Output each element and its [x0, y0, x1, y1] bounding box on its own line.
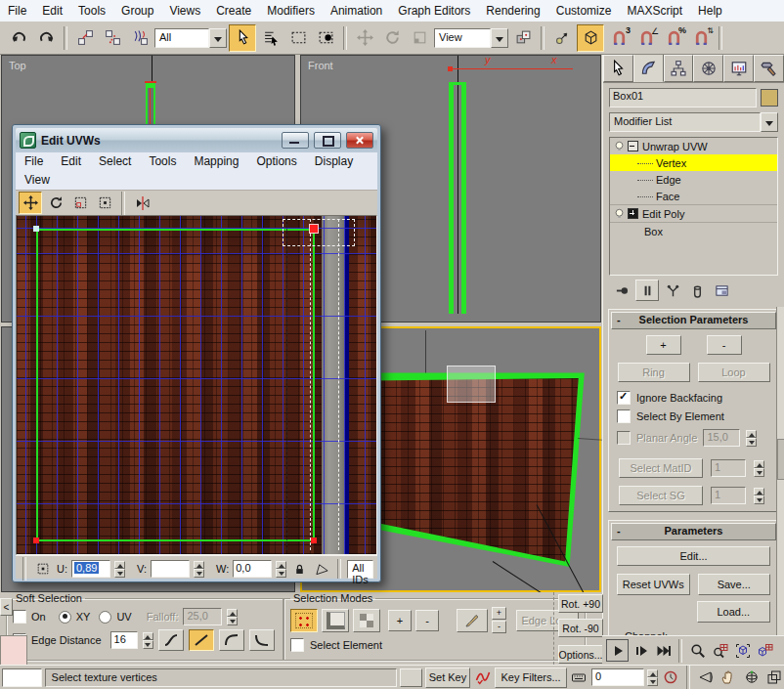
zoom-extents-all-button[interactable] — [755, 640, 775, 661]
modifier-stack-row[interactable]: Unwrap UVW — [610, 138, 777, 154]
snap-3d-button[interactable]: 3 — [606, 25, 632, 51]
uv-radio[interactable] — [99, 611, 111, 624]
menu-item[interactable]: Create — [208, 1, 259, 22]
pin-stack-button[interactable] — [611, 280, 632, 300]
go-to-end-button[interactable] — [653, 640, 674, 661]
expander-icon[interactable] — [628, 141, 638, 151]
modifier-stack-row[interactable]: Box — [610, 222, 777, 239]
xy-radio[interactable] — [59, 611, 71, 624]
select-sg-button[interactable]: Select SG — [619, 486, 703, 505]
redo-button[interactable] — [33, 25, 59, 51]
dialog-menu-item[interactable]: Edit — [52, 151, 90, 172]
dialog-menu-item[interactable]: File — [16, 151, 52, 172]
select-element-checkbox[interactable] — [290, 638, 304, 652]
select-object-button[interactable] — [229, 24, 256, 52]
play-animation-button[interactable] — [606, 639, 629, 662]
smooth-falloff-button[interactable] — [158, 629, 184, 651]
keyboard-shortcut-override-toggle[interactable] — [570, 668, 588, 687]
tab-hierarchy[interactable] — [664, 55, 694, 82]
macro-recorder-pane[interactable] — [0, 635, 27, 667]
uv-editor-canvas[interactable] — [16, 215, 377, 555]
slow-falloff-button[interactable] — [249, 629, 275, 651]
zoom-button[interactable] — [687, 640, 708, 661]
fast-falloff-button[interactable] — [219, 629, 244, 651]
face-mode-button[interactable] — [353, 609, 380, 632]
v-field[interactable] — [151, 560, 190, 578]
edge-distance-field[interactable]: 16 — [110, 631, 138, 649]
edit-uvws-button[interactable]: Edit... — [617, 546, 770, 566]
use-pivot-point-button[interactable] — [510, 25, 536, 51]
make-unique-button[interactable] — [662, 280, 683, 300]
uv-vertex[interactable] — [33, 538, 39, 543]
options-button[interactable]: Options... — [558, 645, 603, 664]
linear-falloff-button[interactable] — [189, 629, 214, 651]
maximize-button[interactable] — [314, 132, 341, 149]
parameters-header[interactable]: - Parameters — [611, 523, 776, 540]
scrollbar-thumb[interactable] — [777, 439, 784, 480]
planar-angle-field[interactable]: 15,0 — [703, 429, 740, 447]
window-crossing-button[interactable] — [313, 25, 338, 51]
menu-item[interactable]: Customize — [548, 1, 620, 22]
rotate-minus90-button[interactable]: Rot. -90 — [558, 619, 603, 637]
pelt-hide-button[interactable] — [312, 560, 331, 579]
select-and-move-button[interactable] — [352, 25, 377, 51]
sg-field[interactable]: 1 — [711, 487, 746, 504]
field-of-view-button[interactable] — [696, 667, 716, 688]
modifier-stack-row[interactable]: Edit Poly — [610, 204, 777, 222]
menu-item[interactable]: Graph Editors — [390, 1, 478, 22]
reset-uvws-button[interactable]: Reset UVWs — [617, 574, 690, 595]
rotate-plus90-button[interactable]: Rot. +90 — [558, 594, 603, 613]
bind-to-space-warp-button[interactable] — [127, 25, 152, 51]
zoom-extents-button[interactable] — [732, 640, 753, 661]
menu-item[interactable]: Help — [690, 1, 730, 22]
expand-selection-button[interactable]: + — [388, 610, 412, 631]
load-uvws-button[interactable]: Load... — [697, 601, 771, 623]
spinner-snap-button[interactable]: ⇅ — [688, 25, 714, 51]
angle-snap-button[interactable]: ∠ — [633, 25, 659, 51]
ring-button[interactable]: Ring — [618, 363, 690, 382]
select-and-scale-button[interactable] — [407, 25, 432, 51]
absolute-offset-toggle[interactable] — [33, 560, 53, 579]
falloff-field[interactable]: 25,0 — [183, 608, 222, 625]
dialog-menu-item[interactable]: Tools — [140, 151, 185, 172]
unlink-selection-button[interactable] — [100, 25, 125, 51]
uv-move-button[interactable] — [19, 192, 42, 214]
undo-button[interactable] — [6, 25, 31, 51]
object-name-field[interactable]: Box01 — [609, 88, 757, 108]
menu-item[interactable]: Rendering — [478, 1, 547, 22]
save-uvws-button[interactable]: Save... — [698, 574, 771, 595]
maximize-viewport-button[interactable] — [764, 667, 784, 688]
paint-select-button[interactable] — [457, 609, 488, 632]
scroll-panel-left-button[interactable]: < — [0, 598, 13, 616]
u-field[interactable]: 0,89 — [71, 560, 110, 578]
object-color-swatch[interactable] — [761, 89, 778, 107]
modifier-stack-row[interactable]: Edge — [610, 171, 777, 188]
select-and-manipulate-button[interactable] — [549, 25, 575, 51]
maxscript-mini-listener[interactable] — [2, 668, 42, 687]
configure-modifier-sets-button[interactable] — [711, 280, 732, 300]
close-button[interactable] — [346, 132, 373, 149]
selection-parameters-header[interactable]: - Selection Parameters — [611, 312, 776, 329]
remove-modifier-button[interactable] — [686, 280, 708, 300]
dialog-menu-item[interactable]: View — [16, 170, 59, 191]
zoom-all-button[interactable] — [710, 640, 730, 661]
soft-selection-on-checkbox[interactable] — [13, 610, 26, 624]
sg-spinner[interactable] — [754, 488, 764, 504]
uv-vertex[interactable] — [33, 226, 39, 232]
menu-item[interactable]: Views — [161, 1, 208, 22]
lightbulb-icon[interactable] — [613, 207, 628, 221]
w-spinner[interactable] — [276, 561, 286, 578]
percent-snap-button[interactable]: % — [661, 25, 686, 51]
modifier-list-dropdown[interactable]: Modifier List — [609, 112, 778, 132]
freeform-mode-button[interactable] — [94, 193, 115, 213]
modifier-stack-row[interactable]: Vertex — [610, 154, 777, 171]
selection-filter-dropdown[interactable]: All — [154, 28, 227, 48]
show-end-result-button[interactable] — [635, 280, 659, 301]
dialog-menu-item[interactable]: Select — [90, 151, 140, 172]
minimize-button[interactable] — [282, 132, 309, 149]
selection-lock-toggle[interactable] — [400, 668, 422, 687]
auto-key-button[interactable] — [473, 668, 492, 687]
tab-motion[interactable] — [693, 55, 723, 82]
u-spinner[interactable] — [114, 561, 125, 578]
time-configuration-button[interactable] — [661, 667, 680, 688]
